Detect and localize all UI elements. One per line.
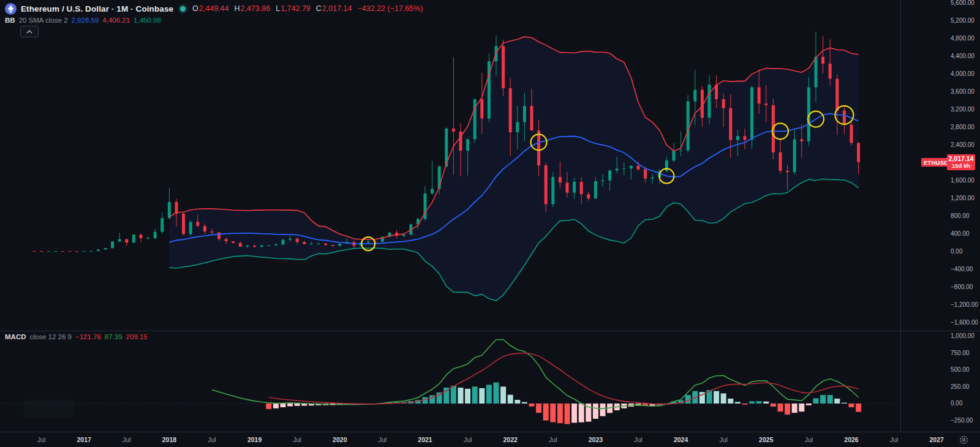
close-label: C: [316, 4, 322, 13]
time-label-year: 2027: [930, 436, 944, 443]
price-tick-label: −800.00: [951, 284, 973, 290]
time-label-year: 2018: [162, 436, 176, 443]
macd-hist-value: −121.76: [75, 333, 101, 340]
price-tick-label: 5,200.00: [951, 17, 974, 24]
time-label-year: 2024: [674, 436, 688, 443]
time-label-year: 2026: [844, 436, 858, 443]
macd-line-value: 87.39: [105, 333, 123, 340]
macd-indicator-legend: MACD close 12 26 9 −121.76 87.39 209.15: [5, 332, 148, 342]
tradingview-chart-window: Ethereum / U.S. Dollar · 1M · Coinbase O…: [0, 0, 980, 447]
macd-line: [212, 340, 859, 409]
price-tick-label: 400.00: [951, 230, 970, 237]
macd-tick-label: 1,000.00: [951, 332, 974, 339]
time-label-year: 2023: [589, 436, 603, 443]
time-label-year: 2025: [759, 436, 773, 443]
price-tick-label: 1,600.00: [951, 177, 974, 184]
symbol-title[interactable]: Ethereum / U.S. Dollar · 1M · Coinbase: [21, 4, 173, 13]
time-axis[interactable]: Jul2017Jul2018Jul2019Jul2020Jul2021Jul20…: [0, 432, 980, 447]
price-tick-label: −1,600.00: [951, 319, 978, 326]
price-tick-label: 4,800.00: [951, 35, 974, 42]
bb-basis-value: 2,928.59: [72, 17, 99, 24]
open-label: O: [192, 4, 198, 13]
price-tick-label: −400.00: [951, 266, 973, 272]
price-tick-label: 3,200.00: [951, 106, 974, 113]
chevron-up-icon: [26, 30, 32, 34]
bar-countdown: 15d 9h: [952, 162, 970, 170]
macd-name[interactable]: MACD: [5, 333, 26, 340]
watermark-logo: [23, 399, 75, 418]
time-label-year: 2019: [247, 436, 262, 443]
time-label-year: 2017: [77, 436, 91, 443]
time-label-year: 2020: [333, 436, 347, 443]
time-label-month: Jul: [805, 436, 813, 443]
macd-tick-label: 500.00: [951, 366, 970, 373]
price-tick-label: 3,600.00: [951, 88, 974, 95]
price-tick-label: 4,000.00: [951, 70, 974, 77]
price-tick-label: 2,400.00: [951, 141, 974, 148]
time-label-month: Jul: [549, 436, 557, 443]
time-label-year: 2022: [503, 436, 518, 443]
price-axis[interactable]: 5,600.005,200.004,800.004,400.004,000.00…: [900, 0, 980, 432]
price-tick-label: −1,200.00: [951, 301, 978, 308]
bb-name[interactable]: BB: [5, 17, 15, 24]
price-tick-label: 800.00: [951, 212, 970, 219]
price-tick-label: 5,600.00: [951, 0, 974, 6]
price-tick-label: 4,400.00: [951, 53, 974, 59]
time-label-month: Jul: [890, 436, 898, 443]
ethereum-icon: [5, 3, 17, 15]
macd-tick-label: 250.00: [951, 383, 970, 390]
bb-upper-value: 4,406.21: [102, 17, 130, 24]
market-status-dot: [180, 6, 186, 12]
change-value: −432.22 (−17.65%): [358, 4, 423, 13]
bb-indicator-legend: BB 20 SMA close 2 2,928.59 4,406.21 1,45…: [5, 15, 161, 25]
time-label-month: Jul: [379, 436, 386, 443]
macd-params: close 12 26 9: [30, 333, 72, 340]
macd-signal-line: [269, 353, 859, 405]
time-label-month: Jul: [293, 436, 301, 443]
macd-tick-label: 750.00: [951, 350, 970, 356]
last-price-badge: 2,017.14 15d 9h: [947, 154, 975, 170]
low-label: L: [276, 4, 280, 13]
low-value: 1,742.79: [281, 4, 311, 13]
bb-params: 20 SMA close 2: [19, 17, 68, 24]
time-label-year: 2021: [418, 436, 432, 443]
high-label: H: [235, 4, 240, 13]
bb-lower-value: 1,450.98: [134, 17, 161, 24]
price-tick-label: 1,200.00: [951, 195, 974, 201]
time-label-month: Jul: [123, 436, 130, 443]
ohlc-values: O2,449.44 H2,473.86 L1,742.79 C2,017.14 …: [192, 4, 423, 13]
timezone-settings-button[interactable]: [958, 434, 969, 445]
time-label-month: Jul: [37, 436, 45, 443]
price-tick-label: 2,800.00: [951, 124, 974, 130]
time-label-month: Jul: [719, 436, 727, 443]
open-value: 2,449.44: [199, 4, 229, 13]
high-value: 2,473.86: [241, 4, 271, 13]
legend-collapse-button[interactable]: [20, 26, 39, 37]
last-price-value: 2,017.14: [949, 155, 974, 162]
macd-tick-label: 0.00: [951, 400, 962, 407]
time-label-month: Jul: [208, 436, 216, 443]
price-tick-label: 0.00: [951, 248, 962, 255]
bb-fill-area: [169, 37, 858, 301]
close-value: 2,017.14: [322, 4, 352, 13]
time-label-month: Jul: [634, 436, 642, 443]
time-label-month: Jul: [464, 436, 472, 443]
symbol-header: Ethereum / U.S. Dollar · 1M · Coinbase O…: [5, 2, 423, 15]
gear-icon: [959, 435, 968, 445]
macd-tick-label: −250.00: [951, 417, 973, 424]
macd-signal-value: 209.15: [126, 333, 148, 340]
chart-canvas[interactable]: [0, 0, 980, 447]
